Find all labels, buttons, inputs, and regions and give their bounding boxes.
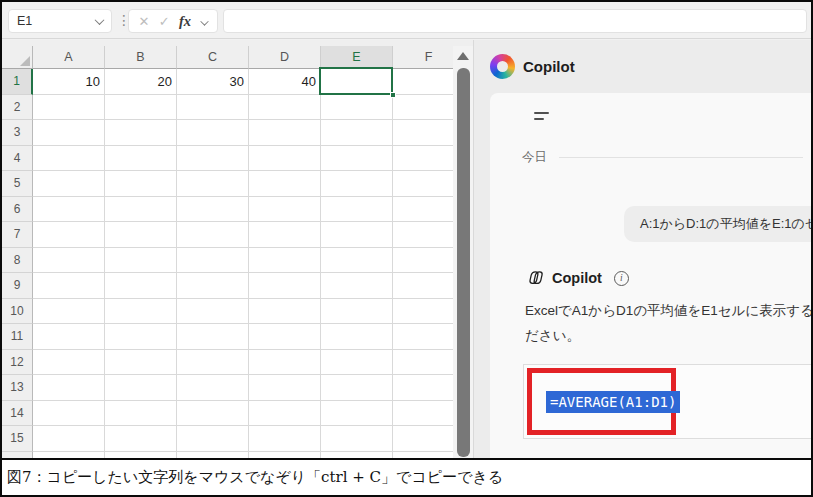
cell-D4[interactable]	[249, 146, 321, 172]
chat-history-icon[interactable]	[534, 112, 550, 125]
cell-D11[interactable]	[249, 324, 321, 350]
cell-F1[interactable]	[393, 69, 453, 95]
cell-F6[interactable]	[393, 197, 453, 223]
row-header-10[interactable]: 10	[2, 299, 33, 325]
row-header-15[interactable]: 15	[2, 426, 33, 452]
cell-E3[interactable]	[321, 120, 393, 146]
cell-F9[interactable]	[393, 273, 453, 299]
cell-A11[interactable]	[33, 324, 105, 350]
cell-E14[interactable]	[321, 401, 393, 427]
chevron-down-icon[interactable]	[200, 17, 208, 25]
cell-B1[interactable]: 20	[105, 69, 177, 95]
scrollbar-thumb[interactable]	[457, 68, 470, 457]
cell-F4[interactable]	[393, 146, 453, 172]
cell-B10[interactable]	[105, 299, 177, 325]
cell-D3[interactable]	[249, 120, 321, 146]
row-header-5[interactable]: 5	[2, 171, 33, 197]
cell-B6[interactable]	[105, 197, 177, 223]
cell-F13[interactable]	[393, 375, 453, 401]
info-icon[interactable]: i	[614, 271, 629, 286]
cell-F14[interactable]	[393, 401, 453, 427]
cell-D8[interactable]	[249, 248, 321, 274]
cell-A13[interactable]	[33, 375, 105, 401]
row-header-3[interactable]: 3	[2, 120, 33, 146]
cell-D6[interactable]	[249, 197, 321, 223]
cell-D9[interactable]	[249, 273, 321, 299]
cell-C13[interactable]	[177, 375, 249, 401]
row-header-8[interactable]: 8	[2, 248, 33, 274]
cell-A6[interactable]	[33, 197, 105, 223]
cell-E4[interactable]	[321, 146, 393, 172]
cell-F2[interactable]	[393, 95, 453, 121]
cell-B13[interactable]	[105, 375, 177, 401]
cell-B3[interactable]	[105, 120, 177, 146]
cell-B11[interactable]	[105, 324, 177, 350]
row-header-7[interactable]: 7	[2, 222, 33, 248]
cancel-icon[interactable]: ✕	[138, 14, 149, 29]
row-header-13[interactable]: 13	[2, 375, 33, 401]
cell-B9[interactable]	[105, 273, 177, 299]
selected-formula-text[interactable]: =AVERAGE(A1:D1)	[546, 391, 680, 413]
cell-D15[interactable]	[249, 426, 321, 452]
cell-E5[interactable]	[321, 171, 393, 197]
cell-E1[interactable]	[321, 69, 393, 95]
cell-B4[interactable]	[105, 146, 177, 172]
row-header-12[interactable]: 12	[2, 350, 33, 376]
cell-D2[interactable]	[249, 95, 321, 121]
cell-F8[interactable]	[393, 248, 453, 274]
cell-A14[interactable]	[33, 401, 105, 427]
cell-E13[interactable]	[321, 375, 393, 401]
cell-C1[interactable]: 30	[177, 69, 249, 95]
row-header-9[interactable]: 9	[2, 273, 33, 299]
insert-function-icon[interactable]: fx	[179, 13, 191, 30]
cell-F11[interactable]	[393, 324, 453, 350]
column-header-F[interactable]: F	[393, 46, 453, 69]
cell-A5[interactable]	[33, 171, 105, 197]
cell-F7[interactable]	[393, 222, 453, 248]
cell-D5[interactable]	[249, 171, 321, 197]
cell-A9[interactable]	[33, 273, 105, 299]
scroll-up-icon[interactable]	[457, 52, 469, 60]
column-header-E[interactable]: E	[321, 46, 393, 69]
cell-B14[interactable]	[105, 401, 177, 427]
cell-A10[interactable]	[33, 299, 105, 325]
cell-A3[interactable]	[33, 120, 105, 146]
cell-A1[interactable]: 10	[33, 69, 105, 95]
cell-B5[interactable]	[105, 171, 177, 197]
cell-B2[interactable]	[105, 95, 177, 121]
cell-C15[interactable]	[177, 426, 249, 452]
cell-B12[interactable]	[105, 350, 177, 376]
row-header-4[interactable]: 4	[2, 146, 33, 172]
cell-E15[interactable]	[321, 426, 393, 452]
confirm-icon[interactable]: ✓	[159, 14, 170, 29]
column-header-C[interactable]: C	[177, 46, 249, 69]
cell-D14[interactable]	[249, 401, 321, 427]
cell-E2[interactable]	[321, 95, 393, 121]
cell-E9[interactable]	[321, 273, 393, 299]
cell-C14[interactable]	[177, 401, 249, 427]
cell-E7[interactable]	[321, 222, 393, 248]
cell-F15[interactable]	[393, 426, 453, 452]
cell-D7[interactable]	[249, 222, 321, 248]
column-header-D[interactable]: D	[249, 46, 321, 69]
cell-C5[interactable]	[177, 171, 249, 197]
cell-E6[interactable]	[321, 197, 393, 223]
cell-C11[interactable]	[177, 324, 249, 350]
cell-D1[interactable]: 40	[249, 69, 321, 95]
cell-C3[interactable]	[177, 120, 249, 146]
cell-F3[interactable]	[393, 120, 453, 146]
cell-E10[interactable]	[321, 299, 393, 325]
cell-A15[interactable]	[33, 426, 105, 452]
name-box[interactable]: E1	[8, 9, 112, 33]
cell-C12[interactable]	[177, 350, 249, 376]
cell-C9[interactable]	[177, 273, 249, 299]
cell-E11[interactable]	[321, 324, 393, 350]
column-header-A[interactable]: A	[33, 46, 105, 69]
cell-A7[interactable]	[33, 222, 105, 248]
formula-input[interactable]	[223, 9, 807, 33]
cell-F10[interactable]	[393, 299, 453, 325]
cell-B7[interactable]	[105, 222, 177, 248]
cell-A12[interactable]	[33, 350, 105, 376]
cell-F12[interactable]	[393, 350, 453, 376]
select-all-corner[interactable]	[2, 46, 33, 69]
